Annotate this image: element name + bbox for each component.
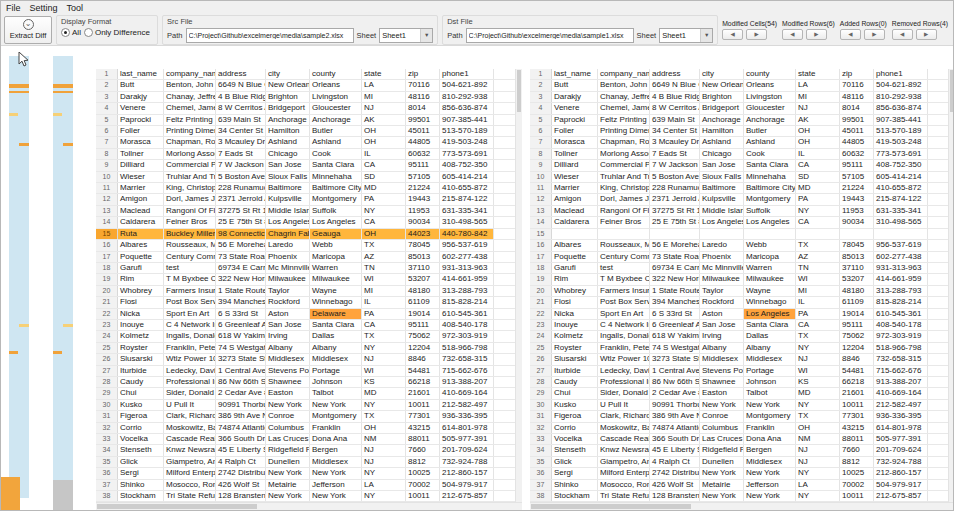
grid-cell[interactable]: Wayne [310, 286, 362, 296]
grid-cell[interactable]: 78045 [840, 240, 874, 250]
grid-cell[interactable]: Winnebago [744, 297, 796, 307]
grid-cell[interactable]: 19443 [840, 194, 874, 204]
grid-cell[interactable]: 19014 [840, 309, 874, 319]
dst-horizontal-scrollbar[interactable] [530, 502, 954, 510]
grid-cell[interactable]: Clark, Richard C [598, 411, 650, 421]
grid-cell[interactable]: Cascade Realty [164, 434, 216, 444]
grid-cell[interactable]: 215-874-122 [440, 194, 494, 204]
grid-cell[interactable]: 8812 [840, 457, 874, 467]
grid-cell[interactable]: Royster [118, 343, 164, 353]
grid-cell[interactable]: Century Commu [598, 252, 650, 262]
grid-cell[interactable]: New York [744, 400, 796, 410]
grid-cell[interactable]: Dunellen [266, 457, 310, 467]
grid-cell[interactable]: 44805 [840, 137, 874, 147]
grid-cell[interactable]: 972-303-919 [440, 331, 494, 341]
grid-cell[interactable]: Maclead [552, 206, 598, 216]
grid-cell[interactable]: 98 Connecticut A [216, 229, 266, 239]
grid-cell[interactable]: 10025 [406, 468, 440, 478]
grid-cell[interactable]: Ledecky, David E [164, 366, 216, 376]
grid-cell[interactable]: 25 E 75th St #69 [216, 217, 266, 227]
grid-cell[interactable]: LA [362, 80, 406, 90]
grid-cell[interactable]: Garufi [118, 263, 164, 273]
grid-cell[interactable]: LA [796, 80, 840, 90]
grid-cell[interactable]: 21224 [840, 183, 874, 193]
grid-cell[interactable]: Laredo [700, 240, 744, 250]
grid-cell[interactable]: Hamilton [700, 126, 744, 136]
grid-cell[interactable]: Cook [310, 149, 362, 159]
grid-cell[interactable]: 504-621-892 [440, 80, 494, 90]
grid-cell[interactable]: Caldarera [118, 217, 164, 227]
grid-cell[interactable]: last_name [552, 69, 598, 79]
grid-cell[interactable]: Rockford [266, 297, 310, 307]
grid-cell[interactable]: Commercial Pre [598, 160, 650, 170]
grid-cell[interactable]: Delaware [310, 309, 362, 319]
grid-cell[interactable]: WI [362, 366, 406, 376]
grid-cell[interactable]: 419-503-248 [874, 137, 928, 147]
grid-cell[interactable]: KS [362, 377, 406, 387]
grid-cell[interactable]: Cook [744, 149, 796, 159]
grid-cell[interactable]: New York [266, 468, 310, 478]
grid-cell[interactable]: Chicago [266, 149, 310, 159]
grid-cell[interactable]: phone1 [440, 69, 494, 79]
grid-cell[interactable]: MD [362, 183, 406, 193]
grid-cell[interactable]: NM [796, 434, 840, 444]
grid-cell[interactable]: 5 Boston Ave #8 [650, 172, 700, 182]
grid-cell[interactable]: 322 New Horizor [650, 274, 700, 284]
grid-cell[interactable]: Baltimore [700, 183, 744, 193]
grid-cell[interactable]: 88011 [840, 434, 874, 444]
grid-cell[interactable]: AK [362, 115, 406, 125]
grid-cell[interactable]: Minnehaha [310, 172, 362, 182]
grid-cell[interactable]: 228 Runamuck P [650, 183, 700, 193]
grid-cell[interactable]: Sport En Art [164, 309, 216, 319]
grid-cell[interactable]: Whobrey [118, 286, 164, 296]
grid-cell[interactable]: NY [796, 206, 840, 216]
grid-cell[interactable]: Albany [266, 343, 310, 353]
grid-cell[interactable]: Warren [310, 263, 362, 273]
grid-cell[interactable]: Franklin, Peter L [598, 343, 650, 353]
grid-cell[interactable]: Gloucester [310, 103, 362, 113]
grid-cell[interactable]: AZ [796, 252, 840, 262]
grid-cell[interactable]: 2742 Distribution [216, 468, 266, 478]
grid-cell[interactable]: test [164, 263, 216, 273]
grid-cell[interactable]: 90034 [406, 217, 440, 227]
grid-cell[interactable]: Middlesex [266, 354, 310, 364]
grid-cell[interactable]: 78045 [406, 240, 440, 250]
grid-cell[interactable]: Sider, Donald C [164, 388, 216, 398]
grid-cell[interactable]: 45 E Liberty St [650, 445, 700, 455]
grid-cell[interactable]: 1 Central Ave [650, 366, 700, 376]
grid-cell[interactable]: 12204 [840, 343, 874, 353]
grid-cell[interactable]: 212-675-857 [874, 491, 928, 501]
grid-cell[interactable]: 631-335-341 [440, 206, 494, 216]
grid-cell[interactable]: 504-979-917 [874, 480, 928, 490]
grid-cell[interactable]: 518-966-798 [874, 343, 928, 353]
grid-cell[interactable]: 605-414-214 [874, 172, 928, 182]
grid-cell[interactable]: 426 Wolf St [650, 480, 700, 490]
grid-cell[interactable]: NJ [796, 457, 840, 467]
grid-cell[interactable]: Chapman, Ross [598, 137, 650, 147]
grid-cell[interactable]: Wieser [118, 172, 164, 182]
grid-cell[interactable]: Middlesex [744, 457, 796, 467]
grid-cell[interactable]: Printing Dimensi [164, 126, 216, 136]
grid-cell[interactable]: 45 E Liberty St [216, 445, 266, 455]
grid-cell[interactable]: 37275 St Rt 17m [216, 206, 266, 216]
grid-cell[interactable]: Montgomery [744, 194, 796, 204]
prev-removed-row-button[interactable]: ◀ [892, 29, 913, 40]
grid-cell[interactable]: Benton, John B [598, 80, 650, 90]
grid-cell[interactable]: Albares [118, 240, 164, 250]
grid-cell[interactable]: SD [796, 172, 840, 182]
grid-cell[interactable]: NY [362, 206, 406, 216]
grid-cell[interactable]: 57105 [840, 172, 874, 182]
grid-cell[interactable]: Caudy [118, 377, 164, 387]
grid-cell[interactable]: King, Christophe [598, 183, 650, 193]
grid-cell[interactable]: IL [362, 297, 406, 307]
grid-cell[interactable]: 21601 [406, 388, 440, 398]
grid-cell[interactable]: LA [796, 480, 840, 490]
grid-cell[interactable]: Anchorage [700, 115, 744, 125]
grid-cell[interactable]: Milwaukee [310, 274, 362, 284]
grid-cell[interactable]: TX [362, 240, 406, 250]
grid-cell[interactable]: Inouye [118, 320, 164, 330]
grid-cell[interactable]: phone1 [874, 69, 928, 79]
grid-cell[interactable]: 8846 [840, 354, 874, 364]
grid-cell[interactable]: 810-292-938 [874, 92, 928, 102]
grid-cell[interactable]: Milwaukee [744, 274, 796, 284]
